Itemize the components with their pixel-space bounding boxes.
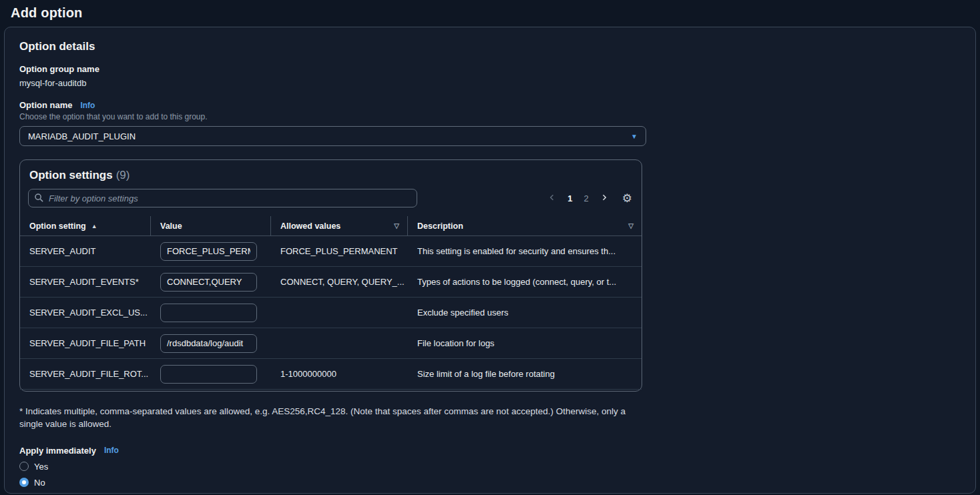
- chevron-left-icon: [548, 193, 556, 204]
- table-row: SERVER_AUDIT_EXCL_US... Exclude specifie…: [20, 298, 642, 328]
- column-header-option-setting[interactable]: Option setting ▲: [20, 216, 151, 235]
- column-label: Allowed values: [280, 221, 340, 231]
- apply-immediately-section: Apply immediately Info Yes No: [19, 446, 963, 488]
- radio-option-no[interactable]: No: [19, 478, 963, 488]
- radio-label-yes: Yes: [34, 462, 48, 472]
- value-input[interactable]: [160, 334, 257, 353]
- filter-caret-icon: ▽: [394, 222, 399, 229]
- option-setting-name: SERVER_AUDIT_FILE_PATH: [20, 338, 151, 348]
- value-input[interactable]: [160, 242, 257, 261]
- table-header-row: Option setting ▲ Value Allowed values ▽ …: [20, 216, 642, 236]
- value-input[interactable]: [160, 273, 257, 292]
- option-group-name-field: Option group name mysql-for-auditdb: [19, 64, 963, 88]
- option-setting-name: SERVER_AUDIT: [20, 246, 151, 256]
- sort-ascending-icon: ▲: [91, 223, 97, 229]
- chevron-right-icon: [600, 193, 608, 204]
- setting-description: File location for logs: [408, 338, 642, 348]
- option-group-name-label: Option group name: [19, 64, 963, 74]
- previous-page-button[interactable]: [548, 193, 556, 204]
- multiple-values-footnote: * Indicates multiple, comma-separated va…: [19, 406, 647, 431]
- option-name-field: Option name Info Choose the option that …: [19, 100, 963, 146]
- gear-icon: ⚙: [622, 192, 632, 205]
- allowed-values: FORCE_PLUS_PERMANENT: [271, 246, 408, 256]
- option-settings-title: Option settings: [29, 169, 113, 181]
- allowed-values: 1-1000000000: [271, 369, 408, 379]
- radio-option-yes[interactable]: Yes: [19, 462, 963, 472]
- option-details-card: Option details Option group name mysql-f…: [4, 27, 976, 494]
- next-page-button[interactable]: [600, 193, 608, 204]
- option-settings-heading: Option settings(9): [20, 169, 642, 189]
- setting-description: Types of actions to be logged (connect, …: [408, 277, 642, 287]
- option-name-description: Choose the option that you want to add t…: [19, 112, 963, 121]
- option-name-info-link[interactable]: Info: [80, 101, 95, 110]
- option-setting-name: SERVER_AUDIT_EVENTS*: [20, 277, 151, 287]
- option-details-heading: Option details: [19, 40, 963, 53]
- table-preferences-button[interactable]: ⚙: [622, 193, 632, 204]
- table-row: SERVER_AUDIT_EVENTS* CONNECT, QUERY, QUE…: [20, 267, 642, 298]
- column-header-allowed-values[interactable]: Allowed values ▽: [271, 216, 408, 235]
- filter-caret-icon: ▽: [628, 222, 634, 229]
- page-title: Add option: [11, 5, 980, 21]
- column-label: Option setting: [29, 221, 86, 231]
- column-header-value[interactable]: Value: [151, 216, 271, 235]
- column-label: Value: [160, 221, 182, 231]
- option-name-label: Option name: [19, 100, 72, 110]
- radio-button-no[interactable]: [19, 478, 29, 487]
- filter-input-wrap: [28, 189, 417, 207]
- page-button-2[interactable]: 2: [584, 193, 589, 203]
- column-label: Description: [417, 221, 463, 231]
- table-row: SERVER_AUDIT FORCE_PLUS_PERMANENT This s…: [20, 236, 642, 267]
- setting-description: Size limit of a log file before rotating: [408, 369, 642, 379]
- table-row: SERVER_AUDIT_FILE_ROT... 1-1000000000 Si…: [20, 359, 642, 390]
- apply-immediately-label: Apply immediately: [19, 446, 96, 456]
- radio-button-yes[interactable]: [19, 462, 29, 471]
- setting-description: This setting is enabled for security and…: [408, 246, 642, 256]
- allowed-values: CONNECT, QUERY, QUERY_...: [271, 277, 408, 287]
- table-controls: 1 2 ⚙: [20, 189, 642, 216]
- table-row: SERVER_AUDIT_FILE_PATH File location for…: [20, 328, 642, 359]
- chevron-down-icon: ▼: [631, 133, 638, 140]
- page-button-1[interactable]: 1: [567, 193, 572, 203]
- option-settings-count: (9): [116, 169, 130, 181]
- apply-immediately-info-link[interactable]: Info: [104, 446, 119, 455]
- pagination: 1 2 ⚙: [548, 193, 632, 204]
- radio-label-no: No: [34, 478, 45, 488]
- value-input[interactable]: [160, 304, 257, 322]
- value-input[interactable]: [160, 365, 257, 384]
- option-name-selected-value: MARIADB_AUDIT_PLUGIN: [28, 131, 136, 141]
- setting-description: Exclude specified users: [408, 308, 642, 318]
- filter-input[interactable]: [28, 189, 417, 207]
- option-setting-name: SERVER_AUDIT_FILE_ROT...: [20, 369, 151, 379]
- option-name-select[interactable]: MARIADB_AUDIT_PLUGIN ▼: [19, 126, 646, 146]
- option-setting-name: SERVER_AUDIT_EXCL_US...: [20, 308, 151, 318]
- column-header-description[interactable]: Description ▽: [408, 216, 642, 235]
- option-group-name-value: mysql-for-auditdb: [19, 78, 963, 88]
- option-settings-panel: Option settings(9) 1 2 ⚙: [19, 159, 642, 392]
